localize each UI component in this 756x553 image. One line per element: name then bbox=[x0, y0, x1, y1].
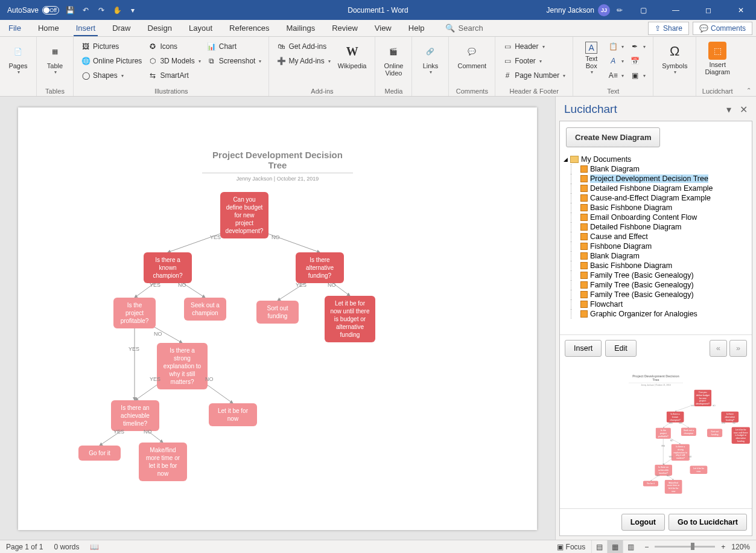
close-icon[interactable]: ✕ bbox=[727, 0, 755, 20]
tree-item[interactable]: Project Development Decision Tree bbox=[562, 174, 749, 184]
autosave-toggle[interactable]: AutoSave Off bbox=[7, 6, 59, 14]
create-new-diagram-button[interactable]: Create New Diagram bbox=[566, 127, 660, 147]
collapse-ribbon-icon[interactable]: ⌃ bbox=[746, 87, 751, 94]
shapes-button[interactable]: ◯Shapes▾ bbox=[78, 68, 144, 83]
online-pictures-button[interactable]: 🌐Online Pictures bbox=[78, 54, 144, 68]
page[interactable]: Project Development Decision Tree Jenny … bbox=[18, 107, 537, 530]
zoom-in-button[interactable]: + bbox=[721, 543, 725, 551]
tree-item[interactable]: Cause and Effect bbox=[562, 232, 749, 241]
tab-help[interactable]: Help bbox=[400, 20, 433, 36]
tab-home[interactable]: Home bbox=[30, 20, 68, 36]
next-page-button[interactable]: » bbox=[729, 340, 747, 357]
tab-design[interactable]: Design bbox=[139, 20, 180, 36]
page-indicator[interactable]: Page 1 of 1 bbox=[6, 543, 43, 551]
zoom-level[interactable]: 120% bbox=[731, 543, 750, 551]
tree-item[interactable]: Cause-and-Effect Diagram Example bbox=[562, 193, 749, 203]
object-button[interactable]: ▣▾ bbox=[627, 68, 648, 83]
tree-item[interactable]: Fishbone Diagram bbox=[562, 241, 749, 251]
search-box[interactable]: 🔍 Search bbox=[445, 20, 483, 36]
text-box-button[interactable]: ATextBox▾ bbox=[578, 39, 605, 77]
get-addins-button[interactable]: 🛍Get Add-ins bbox=[274, 39, 332, 54]
maximize-icon[interactable]: ◻ bbox=[694, 0, 722, 20]
tree-item[interactable]: Basic Fishbone Diagram bbox=[562, 203, 749, 213]
tree-item[interactable]: Detailed Fishbone Diagram bbox=[562, 222, 749, 232]
zoom-slider[interactable] bbox=[655, 546, 715, 548]
chart-icon: 📊 bbox=[207, 42, 217, 51]
smartart-button[interactable]: ⇆SmartArt bbox=[145, 68, 203, 83]
quick-parts-button[interactable]: 📋▾ bbox=[606, 39, 626, 54]
page-number-button[interactable]: #Page Number▾ bbox=[500, 68, 568, 83]
tree-item[interactable]: Graphic Organizer for Analogies bbox=[562, 309, 749, 319]
paint-icon[interactable]: ✏ bbox=[615, 5, 624, 15]
toggle-switch[interactable]: Off bbox=[42, 6, 59, 14]
zoom-out-button[interactable]: − bbox=[644, 543, 649, 551]
minimize-icon[interactable]: — bbox=[662, 0, 690, 20]
table-button[interactable]: ▦Table▾ bbox=[42, 39, 68, 77]
word-count[interactable]: 0 words bbox=[54, 543, 79, 551]
proofing-icon[interactable]: 📖 bbox=[90, 543, 99, 551]
tree-item[interactable]: Family Tree (Basic Genealogy) bbox=[562, 270, 749, 280]
tree-item[interactable]: Blank Diagram bbox=[562, 251, 749, 261]
tab-insert[interactable]: Insert bbox=[68, 20, 104, 36]
pictures-button[interactable]: 🖼Pictures bbox=[78, 39, 144, 54]
tab-mailings[interactable]: Mailings bbox=[278, 20, 324, 36]
goto-lucidchart-button[interactable]: Go to Lucidchart bbox=[669, 514, 747, 531]
web-layout-icon[interactable]: ▥ bbox=[623, 540, 638, 554]
drop-cap-button[interactable]: A≡▾ bbox=[606, 68, 626, 83]
insert-button[interactable]: Insert bbox=[565, 340, 602, 357]
tree-folder[interactable]: ◢ My Documents bbox=[562, 155, 749, 164]
panel-close-icon[interactable]: ✕ bbox=[740, 104, 748, 115]
tree-item-label: Blank Diagram bbox=[590, 252, 640, 260]
tree-item[interactable]: Blank Diagram bbox=[562, 164, 749, 174]
read-mode-icon[interactable]: ▤ bbox=[591, 540, 607, 554]
tree-item[interactable]: Detailed Fishbone Diagram Example bbox=[562, 184, 749, 193]
flowchart-node: Go for it bbox=[643, 481, 658, 486]
wikipedia-button[interactable]: WWikipedia bbox=[334, 39, 370, 72]
icons-button[interactable]: ✪Icons bbox=[145, 39, 203, 54]
my-addins-button[interactable]: ➕My Add-ins▾ bbox=[274, 54, 332, 68]
tree-item[interactable]: Family Tree (Basic Genealogy) bbox=[562, 280, 749, 290]
prev-page-button[interactable]: « bbox=[710, 340, 727, 357]
flowchart-title: Project Development Decision Tree bbox=[629, 362, 683, 383]
tree-item[interactable]: Family Tree (Basic Genealogy) bbox=[562, 290, 749, 299]
share-button[interactable]: ⇪Share bbox=[648, 22, 689, 35]
signature-button[interactable]: ✒▾ bbox=[627, 39, 648, 54]
links-button[interactable]: 🔗Links▾ bbox=[417, 39, 443, 77]
date-time-button[interactable]: 📅 bbox=[627, 54, 648, 68]
chart-button[interactable]: 📊Chart bbox=[205, 39, 264, 54]
redo-icon[interactable]: ↷ bbox=[97, 5, 106, 15]
comments-button[interactable]: 💬Comments bbox=[693, 22, 752, 35]
comment-button[interactable]: 💬Comment bbox=[454, 39, 490, 72]
touch-mode-icon[interactable]: ✋ bbox=[112, 5, 122, 15]
header-button[interactable]: ▭Header▾ bbox=[500, 39, 568, 54]
wordart-button[interactable]: A▾ bbox=[606, 54, 626, 68]
tab-file[interactable]: File bbox=[0, 20, 30, 36]
tab-review[interactable]: Review bbox=[323, 20, 366, 36]
online-video-button[interactable]: 🎬OnlineVideo bbox=[380, 39, 407, 79]
tree-item[interactable]: Email Onboarding Content Flow bbox=[562, 213, 749, 222]
insert-diagram-button[interactable]: ⬚InsertDiagram bbox=[701, 39, 734, 78]
pages-button[interactable]: 📄Pages▾ bbox=[5, 39, 31, 77]
screenshot-button[interactable]: ⧉Screenshot▾ bbox=[205, 54, 264, 68]
print-layout-icon[interactable]: ▦ bbox=[607, 540, 623, 554]
footer-button[interactable]: ▭Footer▾ bbox=[500, 54, 568, 68]
save-icon[interactable]: 💾 bbox=[65, 5, 75, 15]
ribbon-display-icon[interactable]: ▢ bbox=[629, 0, 657, 20]
undo-icon[interactable]: ↶ bbox=[81, 5, 91, 15]
qat-customize-icon[interactable]: ▾ bbox=[128, 5, 138, 15]
tab-view[interactable]: View bbox=[366, 20, 400, 36]
tree-item[interactable]: Flowchart bbox=[562, 299, 749, 309]
focus-mode[interactable]: ▣ Focus bbox=[557, 543, 585, 551]
user-account[interactable]: Jenny Jackson JJ bbox=[547, 4, 610, 16]
tab-references[interactable]: References bbox=[221, 20, 278, 36]
document-tree[interactable]: ◢ My Documents Blank DiagramProject Deve… bbox=[560, 153, 752, 334]
edit-button[interactable]: Edit bbox=[605, 340, 637, 357]
panel-dropdown-icon[interactable]: ▾ bbox=[726, 104, 731, 115]
3d-models-button[interactable]: ⬡3D Models▾ bbox=[145, 54, 203, 68]
tab-layout[interactable]: Layout bbox=[180, 20, 221, 36]
tree-toggle-icon[interactable]: ◢ bbox=[564, 156, 568, 162]
tab-draw[interactable]: Draw bbox=[104, 20, 139, 36]
tree-item[interactable]: Basic Fishbone Diagram bbox=[562, 261, 749, 270]
logout-button[interactable]: Logout bbox=[621, 514, 665, 531]
symbols-button[interactable]: ΩSymbols▾ bbox=[658, 39, 691, 77]
